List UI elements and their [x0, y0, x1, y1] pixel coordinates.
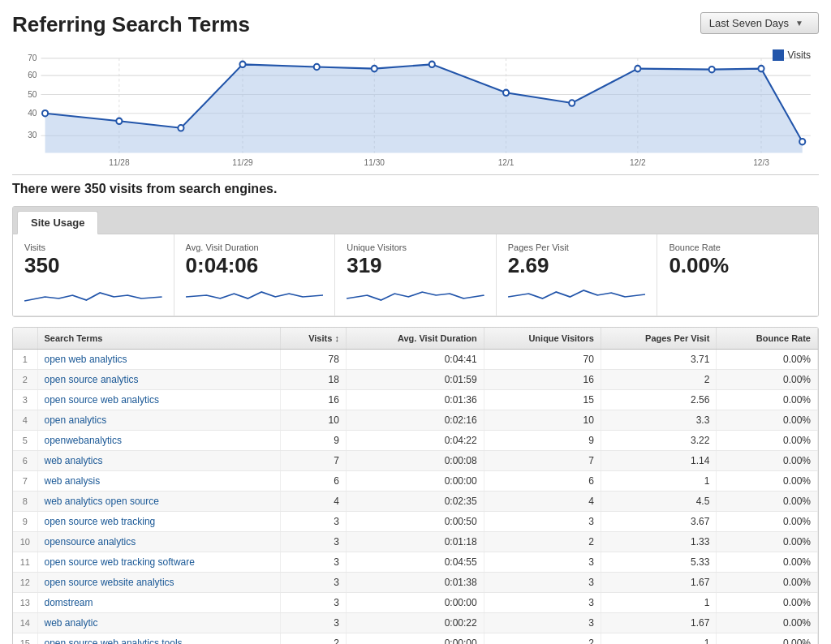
search-term-link[interactable]: open source web analytics — [45, 394, 159, 406]
pages-cell: 4.5 — [601, 491, 716, 511]
search-term-link[interactable]: domstream — [45, 597, 93, 608]
duration-cell: 0:01:38 — [346, 572, 484, 592]
bounce-cell: 0.00% — [717, 511, 818, 531]
bounce-cell: 0.00% — [717, 633, 818, 644]
svg-point-23 — [42, 110, 48, 116]
duration-cell: 0:00:08 — [346, 450, 484, 470]
search-term-link[interactable]: open source web tracking — [45, 516, 156, 527]
search-term-link[interactable]: open source web analytics tools — [45, 638, 183, 644]
svg-point-28 — [372, 66, 377, 71]
svg-point-34 — [758, 66, 764, 71]
pages-cell: 3.3 — [601, 410, 716, 430]
site-usage-panel: Site Usage Visits 350 Avg. Visit Duratio… — [12, 206, 819, 317]
search-term-link[interactable]: web analytics open source — [45, 496, 159, 507]
unique-cell: 16 — [484, 369, 601, 389]
visits-cell: 18 — [280, 369, 346, 389]
metric-avg-duration-label: Avg. Visit Duration — [186, 243, 324, 252]
col-search-terms: Search Terms — [37, 328, 280, 350]
svg-point-26 — [239, 62, 245, 67]
visits-cell: 3 — [280, 552, 346, 572]
search-term-cell: open web analytics — [37, 349, 280, 369]
bounce-cell: 0.00% — [717, 410, 818, 430]
mini-chart-duration — [186, 281, 324, 305]
duration-cell: 0:01:18 — [346, 531, 484, 552]
search-term-link[interactable]: open web analytics — [45, 354, 127, 365]
search-term-link[interactable]: web analysis — [45, 475, 101, 487]
search-term-cell: opensource analytics — [37, 531, 280, 552]
bounce-cell: 0.00% — [717, 450, 818, 470]
tab-bar: Site Usage — [13, 207, 818, 234]
search-term-cell: open source website analytics — [37, 572, 280, 592]
visits-cell: 16 — [280, 389, 346, 410]
col-num — [13, 328, 37, 350]
metric-visits-label: Visits — [24, 243, 162, 252]
bounce-cell: 0.00% — [717, 430, 818, 450]
pages-cell: 1 — [601, 633, 716, 644]
table-row: 10opensource analytics30:01:1821.330.00% — [13, 531, 818, 552]
unique-cell: 10 — [484, 410, 601, 430]
table-body: 1open web analytics780:04:41703.710.00%2… — [13, 349, 818, 644]
search-term-link[interactable]: opensource analytics — [45, 536, 136, 547]
search-term-cell: web analysis — [37, 470, 280, 491]
svg-point-29 — [429, 62, 435, 67]
svg-point-31 — [569, 100, 575, 105]
search-term-link[interactable]: open source web tracking software — [45, 556, 195, 568]
visits-cell: 3 — [280, 612, 346, 633]
svg-point-33 — [709, 67, 715, 72]
svg-text:60: 60 — [28, 71, 37, 79]
svg-point-32 — [635, 66, 640, 71]
visits-cell: 7 — [280, 450, 346, 470]
visits-cell: 9 — [280, 430, 346, 450]
svg-point-24 — [116, 118, 122, 124]
row-number: 10 — [13, 531, 37, 552]
date-range-label: Last Seven Days — [709, 17, 789, 29]
bounce-cell: 0.00% — [717, 349, 818, 369]
search-term-link[interactable]: openwebanalytics — [45, 435, 122, 446]
col-avg-duration: Avg. Visit Duration — [346, 328, 484, 350]
row-number: 15 — [13, 633, 37, 644]
date-range-dropdown[interactable]: Last Seven Days ▼ — [700, 12, 819, 34]
visits-cell: 3 — [280, 531, 346, 552]
search-term-link[interactable]: open source analytics — [45, 374, 139, 385]
search-term-link[interactable]: open source website analytics — [45, 577, 174, 588]
search-term-cell: web analytics — [37, 450, 280, 470]
unique-cell: 9 — [484, 430, 601, 450]
metric-pages-value: 2.69 — [508, 254, 646, 277]
metric-unique-visitors: Unique Visitors 319 — [335, 234, 497, 316]
row-number: 9 — [13, 511, 37, 531]
chart-legend: Visits — [773, 49, 811, 61]
pages-cell: 1 — [601, 592, 716, 612]
row-number: 14 — [13, 612, 37, 633]
visits-cell: 78 — [280, 349, 346, 369]
col-visits[interactable]: Visits ↕ — [280, 328, 346, 350]
bounce-cell: 0.00% — [717, 369, 818, 389]
table-row: 12open source website analytics30:01:383… — [13, 572, 818, 592]
table-row: 11open source web tracking software30:04… — [13, 552, 818, 572]
duration-cell: 0:02:16 — [346, 410, 484, 430]
search-term-link[interactable]: open analytics — [45, 414, 107, 426]
pages-cell: 1.33 — [601, 531, 716, 552]
pages-cell: 1 — [601, 470, 716, 491]
duration-cell: 0:04:41 — [346, 349, 484, 369]
pages-cell: 3.67 — [601, 511, 716, 531]
search-term-link[interactable]: web analytics — [45, 455, 103, 466]
row-number: 1 — [13, 349, 37, 369]
pages-cell: 3.22 — [601, 430, 716, 450]
search-term-cell: open source web analytics tools — [37, 633, 280, 644]
col-bounce: Bounce Rate — [717, 328, 818, 350]
mini-chart-pages — [508, 281, 646, 305]
unique-cell: 6 — [484, 470, 601, 491]
table-row: 5openwebanalytics90:04:2293.220.00% — [13, 430, 818, 450]
svg-marker-22 — [45, 64, 803, 152]
mini-chart-unique — [347, 281, 484, 305]
svg-point-27 — [314, 64, 320, 70]
table-row: 14web analytic30:00:2231.670.00% — [13, 612, 818, 633]
visits-chart: Visits 70 60 50 40 30 11/28 11/29 11/30 … — [12, 45, 819, 175]
svg-text:30: 30 — [28, 131, 37, 140]
search-term-cell: web analytic — [37, 612, 280, 633]
pages-cell: 2 — [601, 369, 716, 389]
search-term-link[interactable]: web analytic — [45, 617, 98, 629]
duration-cell: 0:02:35 — [346, 491, 484, 511]
tab-site-usage[interactable]: Site Usage — [17, 211, 98, 234]
svg-text:12/3: 12/3 — [753, 158, 769, 167]
